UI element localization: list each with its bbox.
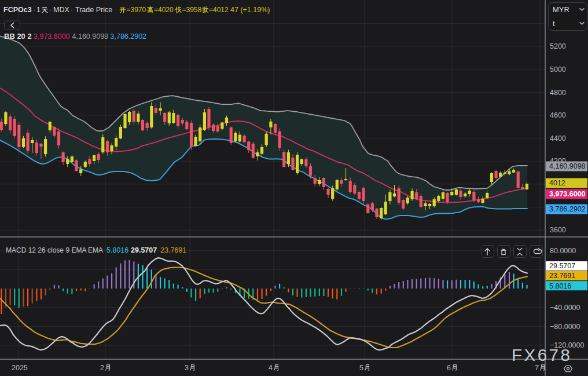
svg-text:BB 20 2: BB 20 2 xyxy=(4,32,32,41)
svg-text:MYR: MYR xyxy=(553,5,569,14)
svg-text:5: 5 xyxy=(359,364,363,372)
svg-text:23.7691: 23.7691 xyxy=(160,246,186,254)
svg-text:5000: 5000 xyxy=(550,65,566,74)
svg-text:2: 2 xyxy=(100,364,104,372)
svg-text:4,160.9098: 4,160.9098 xyxy=(549,162,586,170)
svg-text:5.8016: 5.8016 xyxy=(549,282,571,290)
svg-text:47 (+1.19%): 47 (+1.19%) xyxy=(230,6,270,14)
svg-text:3600: 3600 xyxy=(550,226,566,234)
svg-text:6: 6 xyxy=(447,364,451,372)
svg-text:FCPOc3: FCPOc3 xyxy=(3,6,32,14)
svg-text:·: · xyxy=(49,6,52,14)
svg-text:MACD 12 26 close 9 EMA EMA: MACD 12 26 close 9 EMA EMA xyxy=(6,246,103,254)
svg-text:5200: 5200 xyxy=(550,42,566,50)
svg-text:3,973.6000: 3,973.6000 xyxy=(549,190,586,198)
svg-text:4,160.9098: 4,160.9098 xyxy=(72,32,109,41)
svg-text:4800: 4800 xyxy=(550,89,566,97)
svg-text:=4012: =4012 xyxy=(209,6,229,14)
svg-text:29.5707: 29.5707 xyxy=(131,246,157,254)
svg-text:=4020: =4020 xyxy=(154,6,174,14)
svg-text:−40.0000: −40.0000 xyxy=(550,304,580,312)
svg-text:1: 1 xyxy=(36,6,41,14)
svg-text:·: · xyxy=(71,6,73,14)
svg-text:4: 4 xyxy=(269,364,273,372)
svg-text:2025: 2025 xyxy=(12,364,28,372)
svg-text:=3970: =3970 xyxy=(127,6,146,14)
svg-text:=3958: =3958 xyxy=(182,6,202,14)
svg-text:7: 7 xyxy=(535,364,539,372)
svg-text:3,786.2902: 3,786.2902 xyxy=(549,205,586,213)
svg-text:5.8016: 5.8016 xyxy=(106,246,128,254)
svg-text:FX678: FX678 xyxy=(512,345,572,364)
svg-text:3,973.6000: 3,973.6000 xyxy=(34,32,70,41)
svg-text:−80.0000: −80.0000 xyxy=(550,323,580,331)
svg-text:4600: 4600 xyxy=(550,111,566,119)
svg-text:t: t xyxy=(553,19,555,28)
svg-text:3,786.2902: 3,786.2902 xyxy=(111,32,147,41)
svg-text:80.0000: 80.0000 xyxy=(550,247,576,255)
svg-text:4012: 4012 xyxy=(549,179,565,187)
svg-text:23.7691: 23.7691 xyxy=(549,272,575,280)
svg-text:·: · xyxy=(33,6,35,14)
svg-text:MDX: MDX xyxy=(53,6,69,14)
svg-text:29.5707: 29.5707 xyxy=(549,262,575,270)
svg-text:Trade Price: Trade Price xyxy=(75,6,112,14)
svg-text:3: 3 xyxy=(185,364,189,372)
svg-text:4400: 4400 xyxy=(550,134,566,143)
